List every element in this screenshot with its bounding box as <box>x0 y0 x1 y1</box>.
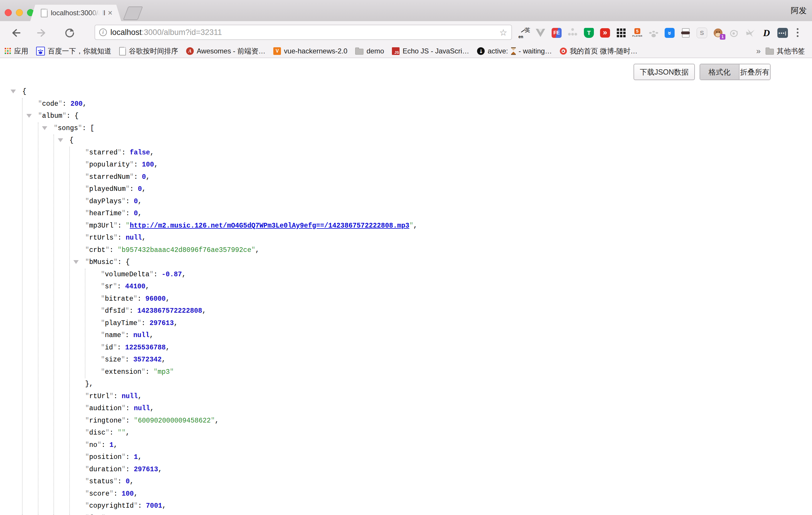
collapse-toggle-icon[interactable] <box>26 114 32 118</box>
json-key: duration <box>89 466 121 473</box>
json-key: crbt <box>89 246 106 254</box>
bookmark-item[interactable]: Echo JS - JavaScri… <box>392 47 469 55</box>
collapse-toggle-icon[interactable] <box>58 138 63 142</box>
collapse-toggle-icon[interactable] <box>10 90 16 93</box>
other-bookmarks-label: 其他书签 <box>777 47 805 56</box>
json-key: dfsId <box>105 307 125 315</box>
downloads-icon[interactable]: » <box>664 26 675 40</box>
json-key: copyrightId <box>89 502 134 510</box>
json-line: { <box>0 135 812 147</box>
s-icon[interactable]: S <box>697 26 707 40</box>
json-number-value: 3572342 <box>133 356 162 364</box>
collapse-toggle-icon[interactable] <box>42 126 47 130</box>
json-key: rtUrls <box>89 234 114 241</box>
bookmark-label: vue-hackernews-2.0 <box>284 47 347 55</box>
bookmark-item[interactable]: active:- waiting… <box>477 47 552 55</box>
json-url-link[interactable]: http://m2.music.126.net/mO4G5dQ7WPm3Le0l… <box>130 222 409 230</box>
tampermonkey-icon[interactable]: T <box>584 26 594 40</box>
d-icon[interactable]: D <box>761 26 772 40</box>
mask-document-icon[interactable] <box>680 26 691 40</box>
collapse-all-button[interactable]: 折叠所有 <box>739 64 770 80</box>
collapse-toggle-icon[interactable] <box>74 260 79 264</box>
page-info-icon[interactable]: i <box>99 28 107 36</box>
json-number-value: 44100 <box>125 283 145 290</box>
hummingbird-icon[interactable] <box>745 26 756 40</box>
browser-menu-icon[interactable] <box>797 28 799 30</box>
json-key: sr <box>105 283 113 290</box>
weibo-icon <box>560 48 567 55</box>
translate-icon[interactable]: 英 <box>519 26 530 40</box>
bookmark-label: 谷歌按时间排序 <box>129 47 178 56</box>
tab-close-icon[interactable]: × <box>108 9 112 17</box>
json-key: score <box>89 490 110 498</box>
browser-tab[interactable]: localhost:3000/album?id=323 × <box>30 5 121 21</box>
json-number-value: 1423867572222808 <box>137 307 202 315</box>
format-button[interactable]: 格式化 <box>700 64 739 80</box>
json-key: size <box>105 356 121 364</box>
fe-icon[interactable]: FE <box>551 26 562 40</box>
fast-forward-icon[interactable]: » <box>600 26 610 40</box>
bookmark-item[interactable]: demo <box>355 47 384 55</box>
html5-player-icon[interactable]: 5PLAYER <box>632 26 643 40</box>
json-line: "disc": "", <box>0 427 812 439</box>
bookmark-item[interactable]: 我的首页 微博-随时… <box>560 47 638 56</box>
json-number-value: 0 <box>126 478 130 485</box>
arrow-down-circle-icon <box>477 47 485 55</box>
new-tab-button[interactable] <box>123 6 143 20</box>
minimize-window-button[interactable] <box>16 9 23 16</box>
apps-grid-icon <box>5 48 11 54</box>
json-key: hearTime <box>89 210 121 217</box>
qr-code-icon[interactable] <box>616 26 627 40</box>
json-line: "ringtone": "600902000009458622", <box>0 415 812 427</box>
json-string-value: mp3 <box>157 368 170 376</box>
json-line: "code": 200, <box>0 98 812 110</box>
json-key: ringtone <box>89 417 121 425</box>
json-line: { <box>0 86 812 98</box>
json-line: "crbt": "b957432baaac42d8096f76ae357992c… <box>0 244 812 257</box>
password-manager-icon[interactable]: •••| <box>777 26 788 40</box>
bookmark-item[interactable]: 应用 <box>5 47 28 56</box>
weibo-gray-icon[interactable] <box>729 26 740 40</box>
toolbar: i localhost:3000/album?id=32311 ☆ 英FET»5… <box>0 21 812 45</box>
json-key: starredNum <box>89 173 130 181</box>
json-number-value: 200 <box>70 100 83 108</box>
close-window-button[interactable] <box>5 9 12 16</box>
profile-name[interactable]: 阿发 <box>791 0 807 21</box>
bookmarks-overflow-icon[interactable]: » <box>756 45 761 58</box>
other-bookmarks-folder[interactable]: 其他书签 <box>765 45 805 58</box>
bookmark-label: Echo JS - JavaScri… <box>403 47 469 55</box>
bookmark-label: active: <box>488 47 508 55</box>
json-line: "sr": 44100, <box>0 281 812 293</box>
json-line: "score": 100, <box>0 488 812 500</box>
json-key: popularity <box>89 161 130 169</box>
json-number-value: 0 <box>142 173 146 181</box>
paw-icon[interactable] <box>648 26 659 40</box>
json-line: "extension": "mp3" <box>0 366 812 378</box>
json-line: "volumeDelta": -0.87, <box>0 269 812 281</box>
json-key: no <box>89 441 97 449</box>
address-bar[interactable]: i localhost:3000/album?id=32311 ☆ <box>94 25 512 40</box>
json-brace: { <box>75 112 79 120</box>
json-key: album <box>42 112 62 120</box>
back-button[interactable] <box>10 27 22 38</box>
json-number-value: -0.87 <box>162 271 182 278</box>
view-mode-segmented-control: 格式化 折叠所有 <box>700 64 771 80</box>
json-key: songs <box>58 124 78 132</box>
json-number-value: 0 <box>134 198 138 205</box>
bookmark-item[interactable]: 百度一下，你就知道 <box>36 47 111 56</box>
reload-button[interactable] <box>64 27 75 38</box>
vue-icon[interactable] <box>535 26 546 40</box>
forward-button[interactable] <box>36 27 47 38</box>
bookmark-item[interactable]: Awesomes - 前端资… <box>186 47 265 56</box>
json-line: "name": null, <box>0 330 812 342</box>
browser-window: { "window": { "profile_name": "阿发" }, "t… <box>0 0 812 515</box>
json-number-value: false <box>130 149 150 156</box>
json-line: "dfsId": 1423867572222808, <box>0 305 812 317</box>
bookmark-item[interactable]: vue-hackernews-2.0 <box>273 47 347 55</box>
sitemap-icon[interactable] <box>568 26 578 40</box>
monkey-icon[interactable]: 1 <box>713 26 723 40</box>
bookmark-item[interactable]: 谷歌按时间排序 <box>119 47 178 56</box>
json-line: "songs": [ <box>0 122 812 135</box>
bookmark-star-icon[interactable]: ☆ <box>499 27 507 37</box>
download-json-button[interactable]: 下载JSON数据 <box>634 64 695 80</box>
